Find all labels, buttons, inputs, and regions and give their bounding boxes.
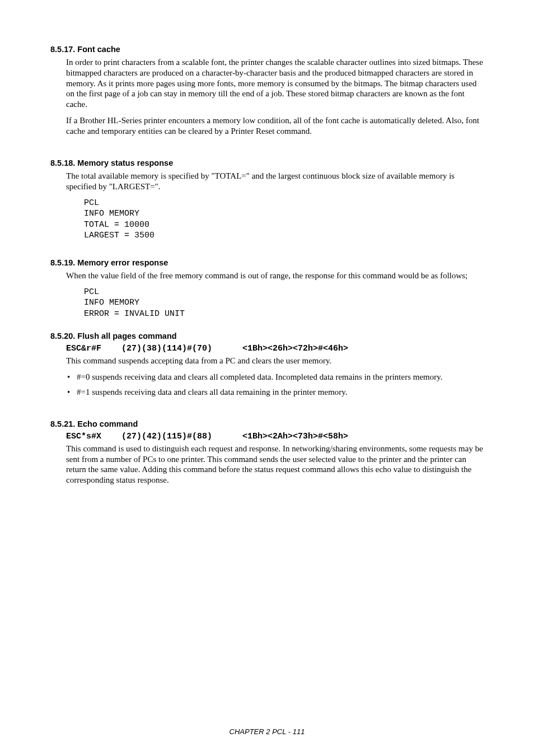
code-block-memory-error: PCL INFO MEMORY ERROR = INVALID UNIT — [50, 287, 484, 320]
code-line-echo-command: ESC*s#X (27)(42)(115)#(88) <1Bh><2Ah><73… — [50, 432, 484, 441]
code-block-memory-status: PCL INFO MEMORY TOTAL = 10000 LARGEST = … — [50, 198, 484, 241]
paragraph-echo: This command is used to distinguish each… — [50, 444, 484, 486]
page-footer: CHAPTER 2 PCL - 111 — [0, 727, 534, 736]
bullet-flush-0: #=0 suspends receiving data and clears a… — [50, 372, 484, 383]
heading-8-5-17: 8.5.17. Font cache — [50, 45, 484, 54]
paragraph-font-cache-1: In order to print characters from a scal… — [50, 57, 484, 110]
paragraph-memory-status: The total available memory is specified … — [50, 171, 484, 192]
paragraph-memory-error: When the value field of the free memory … — [50, 270, 484, 281]
code-line-flush-command: ESC&r#F (27)(38)(114)#(70) <1Bh><26h><72… — [50, 344, 484, 353]
paragraph-flush-intro: This command suspends accepting data fro… — [50, 356, 484, 366]
document-page: 8.5.17. Font cache In order to print cha… — [0, 0, 534, 486]
heading-8-5-18: 8.5.18. Memory status response — [50, 158, 484, 167]
heading-8-5-21: 8.5.21. Echo command — [50, 419, 484, 428]
heading-8-5-20: 8.5.20. Flush all pages command — [50, 332, 484, 340]
heading-8-5-19: 8.5.19. Memory error response — [50, 258, 484, 267]
paragraph-font-cache-2: If a Brother HL-Series printer encounter… — [50, 115, 484, 137]
bullet-flush-1: #=1 suspends receiving data and clears a… — [50, 387, 484, 398]
